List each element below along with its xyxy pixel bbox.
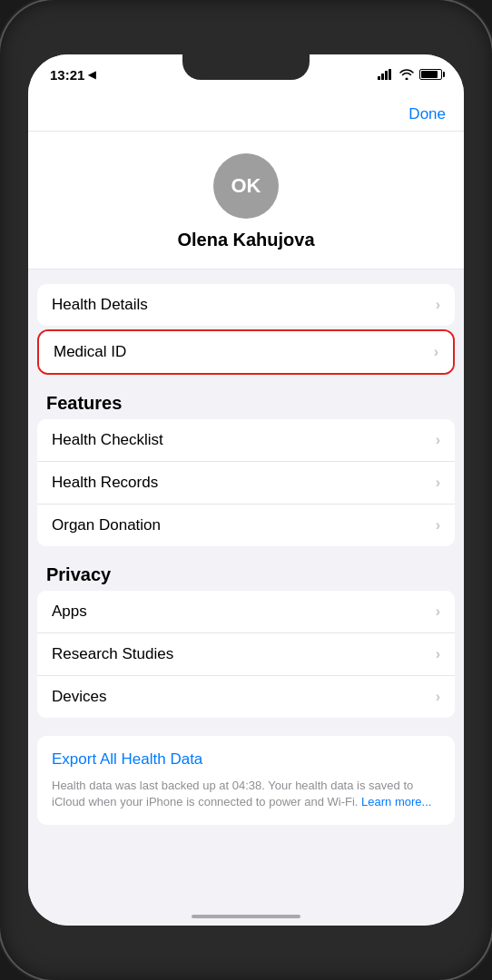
svg-rect-2 [385, 71, 388, 80]
health-records-chevron: › [436, 475, 440, 491]
battery-icon [419, 69, 442, 80]
avatar-initials: OK [231, 174, 261, 198]
privacy-section: Privacy Apps › Research Studies › Device… [28, 564, 464, 718]
features-list: Health Checklist › Health Records › Orga… [37, 419, 455, 546]
home-indicator [192, 915, 300, 918]
apps-chevron: › [436, 603, 440, 620]
learn-more-link[interactable]: Learn more... [361, 795, 431, 808]
medical-id-wrapper: Medical ID › [37, 329, 455, 375]
devices-chevron: › [436, 689, 440, 705]
features-section: Features Health Checklist › Health Recor… [28, 393, 464, 546]
status-icons [378, 69, 442, 80]
export-note-text: Health data was last backed up at 04:38.… [52, 779, 413, 808]
health-records-label: Health Records [52, 474, 158, 492]
research-studies-chevron: › [436, 646, 440, 662]
svg-rect-0 [378, 76, 380, 80]
research-studies-label: Research Studies [52, 645, 173, 663]
battery-tip [443, 72, 445, 77]
svg-rect-1 [381, 74, 384, 80]
wifi-icon [399, 69, 414, 80]
medical-id-label: Medical ID [54, 343, 126, 361]
profile-section: OK Olena Kahujova [28, 132, 464, 270]
health-records-item[interactable]: Health Records › [37, 462, 455, 505]
privacy-header: Privacy [28, 564, 464, 591]
export-button[interactable]: Export All Health Data [52, 750, 202, 769]
privacy-list: Apps › Research Studies › Devices › [37, 591, 455, 718]
signal-icon [378, 69, 394, 80]
organ-donation-label: Organ Donation [52, 516, 161, 534]
organ-donation-item[interactable]: Organ Donation › [37, 505, 455, 546]
features-header: Features [28, 393, 464, 419]
export-note: Health data was last backed up at 04:38.… [52, 778, 440, 810]
avatar: OK [213, 153, 279, 219]
medical-id-item[interactable]: Medical ID › [39, 331, 453, 373]
bottom-spacer [28, 825, 464, 861]
phone-screen: 13:21 ◀ [28, 54, 464, 926]
health-details-item[interactable]: Health Details › [37, 284, 455, 326]
battery-fill [421, 71, 438, 78]
research-studies-item[interactable]: Research Studies › [37, 633, 455, 676]
export-section: Export All Health Data Health data was l… [37, 736, 455, 825]
nav-bar: Done [28, 94, 464, 132]
devices-label: Devices [52, 688, 106, 706]
done-button[interactable]: Done [408, 105, 446, 123]
phone-frame: 13:21 ◀ [0, 0, 492, 980]
organ-donation-chevron: › [436, 517, 440, 534]
status-time: 13:21 [50, 67, 84, 83]
medical-id-chevron: › [434, 344, 438, 360]
apps-label: Apps [52, 603, 87, 621]
health-details-chevron: › [436, 297, 440, 313]
devices-item[interactable]: Devices › [37, 676, 455, 718]
health-checklist-item[interactable]: Health Checklist › [37, 419, 455, 462]
scroll-content[interactable]: Done OK Olena Kahujova Health Details › … [28, 94, 464, 926]
svg-rect-3 [389, 69, 391, 80]
health-checklist-chevron: › [436, 432, 440, 448]
profile-name: Olena Kahujova [177, 230, 314, 250]
health-checklist-label: Health Checklist [52, 431, 163, 449]
apps-item[interactable]: Apps › [37, 591, 455, 633]
health-details-group: Health Details › [37, 284, 455, 326]
location-icon: ◀ [88, 69, 95, 81]
health-details-label: Health Details [52, 296, 148, 314]
notch [182, 54, 310, 80]
